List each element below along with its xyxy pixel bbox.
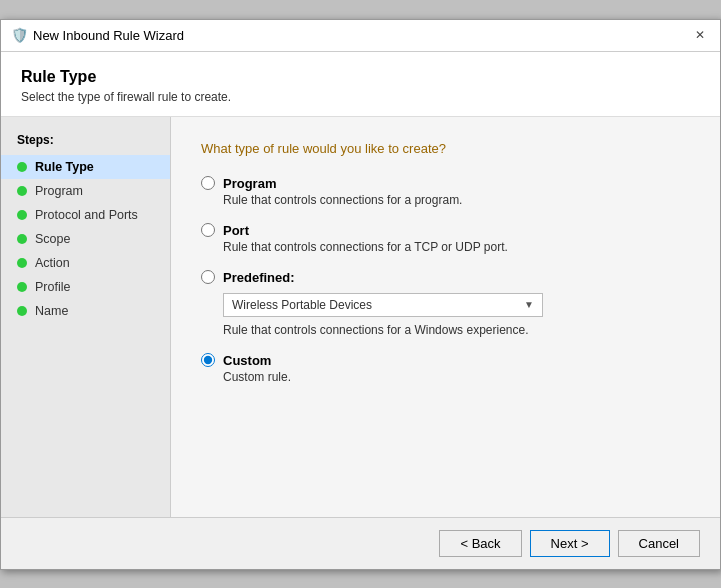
option-custom: Custom Custom rule. xyxy=(201,353,690,384)
label-predefined[interactable]: Predefined: xyxy=(223,270,295,285)
dot-icon-action xyxy=(17,258,27,268)
dot-icon-protocol-ports xyxy=(17,210,27,220)
sidebar-label-rule-type: Rule Type xyxy=(35,160,94,174)
radio-predefined[interactable] xyxy=(201,270,215,284)
option-predefined: Predefined: Wireless Portable Devices ▼ … xyxy=(201,270,690,337)
page-header: Rule Type Select the type of firewall ru… xyxy=(1,52,720,117)
sidebar-item-protocol-ports[interactable]: Protocol and Ports xyxy=(1,203,170,227)
sidebar: Steps: Rule Type Program Protocol and Po… xyxy=(1,117,171,517)
footer: < Back Next > Cancel xyxy=(1,517,720,569)
content-area: Steps: Rule Type Program Protocol and Po… xyxy=(1,117,720,517)
radio-port[interactable] xyxy=(201,223,215,237)
option-program: Program Rule that controls connections f… xyxy=(201,176,690,207)
dot-icon-profile xyxy=(17,282,27,292)
back-button[interactable]: < Back xyxy=(439,530,521,557)
page-subtitle: Select the type of firewall rule to crea… xyxy=(21,90,700,104)
steps-label: Steps: xyxy=(1,133,170,155)
chevron-down-icon: ▼ xyxy=(524,299,534,310)
sidebar-label-protocol-ports: Protocol and Ports xyxy=(35,208,138,222)
sidebar-item-program[interactable]: Program xyxy=(1,179,170,203)
sidebar-label-profile: Profile xyxy=(35,280,70,294)
window-title: New Inbound Rule Wizard xyxy=(33,28,184,43)
rule-type-options: Program Rule that controls connections f… xyxy=(201,176,690,384)
wizard-window: 🛡️ New Inbound Rule Wizard ✕ Rule Type S… xyxy=(0,19,721,570)
label-program[interactable]: Program xyxy=(223,176,276,191)
title-bar: 🛡️ New Inbound Rule Wizard ✕ xyxy=(1,20,720,52)
sidebar-item-action[interactable]: Action xyxy=(1,251,170,275)
question-text: What type of rule would you like to crea… xyxy=(201,141,690,156)
sidebar-item-scope[interactable]: Scope xyxy=(1,227,170,251)
sidebar-item-rule-type[interactable]: Rule Type xyxy=(1,155,170,179)
predefined-dropdown-value: Wireless Portable Devices xyxy=(232,298,372,312)
desc-custom: Custom rule. xyxy=(223,370,690,384)
dot-icon-program xyxy=(17,186,27,196)
sidebar-label-action: Action xyxy=(35,256,70,270)
dot-icon-rule-type xyxy=(17,162,27,172)
label-custom[interactable]: Custom xyxy=(223,353,271,368)
app-icon: 🛡️ xyxy=(11,27,27,43)
option-port: Port Rule that controls connections for … xyxy=(201,223,690,254)
next-button[interactable]: Next > xyxy=(530,530,610,557)
sidebar-item-name[interactable]: Name xyxy=(1,299,170,323)
desc-predefined: Rule that controls connections for a Win… xyxy=(223,323,690,337)
cancel-button[interactable]: Cancel xyxy=(618,530,700,557)
sidebar-label-name: Name xyxy=(35,304,68,318)
dot-icon-name xyxy=(17,306,27,316)
close-button[interactable]: ✕ xyxy=(690,25,710,45)
sidebar-label-scope: Scope xyxy=(35,232,70,246)
page-title: Rule Type xyxy=(21,68,700,86)
radio-program[interactable] xyxy=(201,176,215,190)
label-port[interactable]: Port xyxy=(223,223,249,238)
predefined-dropdown[interactable]: Wireless Portable Devices ▼ xyxy=(223,293,543,317)
main-content: What type of rule would you like to crea… xyxy=(171,117,720,517)
sidebar-item-profile[interactable]: Profile xyxy=(1,275,170,299)
dot-icon-scope xyxy=(17,234,27,244)
desc-port: Rule that controls connections for a TCP… xyxy=(223,240,690,254)
radio-custom[interactable] xyxy=(201,353,215,367)
sidebar-label-program: Program xyxy=(35,184,83,198)
desc-program: Rule that controls connections for a pro… xyxy=(223,193,690,207)
